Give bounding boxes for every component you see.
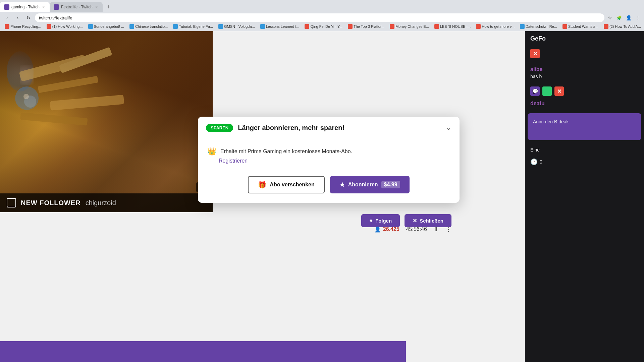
subscribe-price: $4.99 xyxy=(381,181,400,188)
sidebar-icons-row: ✕ xyxy=(525,46,644,61)
bookmark-label: Lessons Learned f... xyxy=(266,24,300,28)
gift-button-label: Abo verschenken xyxy=(270,182,314,188)
new-follower-label: NEW FOLLOWER xyxy=(21,199,81,207)
page-layout: LS NEW FOLLOWER chigurzoid SPAREN Länger… xyxy=(0,31,644,362)
share-icon[interactable]: ⬆ xyxy=(434,226,439,233)
subscription-modal: SPAREN Länger abonnieren, mehr sparen! ⌄… xyxy=(198,117,460,203)
bookmark-label: Phone Recycling... xyxy=(10,24,41,28)
stream-timestamp: 45:56:46 xyxy=(406,226,427,232)
viewer-count: 👤 26.425 xyxy=(374,226,399,233)
x-icon-2[interactable]: ✕ xyxy=(554,86,564,96)
bookmark-favicon xyxy=(129,24,134,29)
prime-line: 👑 Erhalte mit Prime Gaming ein kostenlos… xyxy=(207,147,450,156)
modal-inner: SPAREN Länger abonnieren, mehr sparen! ⌄… xyxy=(198,117,460,203)
back-button[interactable]: ‹ xyxy=(3,13,11,22)
bookmark-phone-recycling[interactable]: Phone Recycling... xyxy=(3,23,43,29)
bookmark-favicon xyxy=(47,24,51,29)
ad-text: Anim den B deak xyxy=(533,119,636,125)
bookmark-sonderangebot[interactable]: Sonderangebot! ... xyxy=(86,23,126,29)
alibeez-chat-section: alibe has b xyxy=(525,61,644,84)
bookmark-datenschutz[interactable]: Datenschutz - Re... xyxy=(518,23,559,29)
bookmark-favicon xyxy=(390,24,394,29)
clock-row: 🕐 0 xyxy=(525,156,644,168)
bookmark-label: (2) How To Add A... xyxy=(609,24,641,28)
bookmark-gmsn[interactable]: GMSN - Vologda... xyxy=(216,23,257,29)
svg-rect-1 xyxy=(38,76,99,93)
menu-icon[interactable]: ⋮ xyxy=(635,14,641,21)
forward-button[interactable]: › xyxy=(13,13,22,22)
above-modal-area xyxy=(213,31,406,117)
tab-gaming-twitch[interactable]: gaming - Twitch × xyxy=(0,2,50,12)
more-options-icon[interactable]: ⋮ xyxy=(445,226,451,233)
video-player[interactable]: LS NEW FOLLOWER chigurzoid xyxy=(0,31,213,212)
eine-label: Eine xyxy=(530,147,540,153)
viewer-icon: 👤 xyxy=(374,226,381,233)
bookmark-favicon xyxy=(434,24,439,29)
bookmark-star-icon[interactable]: ☆ xyxy=(606,14,613,21)
eine-section: Eine xyxy=(525,144,644,156)
bookmark-tutorial[interactable]: Tutorial: Eigene Fa... xyxy=(171,23,215,29)
modal-headline: Länger abonnieren, mehr sparen! xyxy=(238,124,441,132)
bookmark-label: (1) How Working... xyxy=(52,24,83,28)
bookmark-label: How to get more v... xyxy=(482,24,515,28)
green-icon[interactable] xyxy=(542,86,552,96)
bookmark-label: Chinese translatio... xyxy=(135,24,168,28)
tab-close-2[interactable]: × xyxy=(95,4,99,10)
bookmark-how-working[interactable]: (1) How Working... xyxy=(45,23,85,29)
deafu-section: deafu xyxy=(525,98,644,109)
sparen-header-row: SPAREN Länger abonnieren, mehr sparen! ⌄ xyxy=(198,117,460,139)
new-tab-button[interactable]: + xyxy=(104,2,113,12)
viewer-number: 26.425 xyxy=(383,226,399,232)
bookmark-label: GMSN - Vologda... xyxy=(224,24,255,28)
sparen-badge: SPAREN xyxy=(206,124,233,132)
prime-crown-icon: 👑 xyxy=(207,147,216,156)
gift-icon: 🎁 xyxy=(258,181,266,189)
bookmark-chinese[interactable]: Chinese translatio... xyxy=(127,23,170,29)
profile-icon[interactable]: 👤 xyxy=(625,14,632,21)
x-icon-1[interactable]: ✕ xyxy=(530,49,540,58)
svg-rect-0 xyxy=(19,55,87,82)
bookmark-lessons[interactable]: Lessons Learned f... xyxy=(258,23,302,29)
address-input[interactable] xyxy=(35,13,604,22)
bookmark-favicon xyxy=(562,24,567,29)
subscribe-button-label: Abonnieren xyxy=(348,182,378,188)
main-content: LS NEW FOLLOWER chigurzoid SPAREN Länger… xyxy=(0,31,525,362)
chat-bubble-icon[interactable]: 💬 xyxy=(530,86,540,96)
tab-favicon-1 xyxy=(4,4,9,10)
reload-button[interactable]: ↻ xyxy=(24,13,33,22)
chevron-down-icon[interactable]: ⌄ xyxy=(445,123,451,132)
bookmark-label: Datenschutz - Re... xyxy=(526,24,557,28)
footer-bar xyxy=(0,341,406,362)
extension-icon-1[interactable]: 🧩 xyxy=(616,14,623,21)
gift-subscription-button[interactable]: 🎁 Abo verschenken xyxy=(248,176,324,193)
bookmark-money[interactable]: Money Changes E... xyxy=(388,23,431,29)
svg-rect-4 xyxy=(20,112,88,125)
bookmark-label: Money Changes E... xyxy=(395,24,429,28)
ad-banner: Anim den B deak xyxy=(528,113,641,140)
bookmark-favicon xyxy=(88,24,93,29)
icon-row-2: 💬 ✕ xyxy=(525,84,644,98)
bookmark-favicon xyxy=(260,24,265,29)
tab-close-1[interactable]: × xyxy=(42,4,46,10)
bookmark-lee[interactable]: LEE 'S HOUSE -... xyxy=(432,23,473,29)
bookmark-qing[interactable]: Qing Fei De Yi - Y... xyxy=(303,23,344,29)
video-background xyxy=(0,31,213,212)
svg-point-7 xyxy=(23,94,29,99)
tab-fextralife-twitch[interactable]: Fextralife - Twitch × xyxy=(50,2,103,12)
action-buttons-row: 🎁 Abo verschenken ★ Abonnieren $4.99 xyxy=(198,171,460,203)
bookmark-student[interactable]: Student Wants a... xyxy=(560,23,600,29)
tab-bar: gaming - Twitch × Fextralife - Twitch × … xyxy=(0,0,644,12)
alibeez-message: has b xyxy=(530,74,639,79)
prime-gaming-row: 👑 Erhalte mit Prime Gaming ein kostenlos… xyxy=(198,139,460,171)
browser-icons: ☆ 🧩 👤 ⋮ xyxy=(606,14,641,21)
bookmark-howto-add[interactable]: (2) How To Add A... xyxy=(602,23,643,29)
sidebar-header: GeFo xyxy=(525,31,644,46)
bookmark-favicon xyxy=(604,24,608,29)
register-link[interactable]: Registrieren xyxy=(219,158,450,164)
bookmark-top3[interactable]: The Top 3 Platfor... xyxy=(346,23,386,29)
bookmark-howtoget[interactable]: How to get more v... xyxy=(474,23,517,29)
chat-sidebar: GeFo ✕ alibe has b 💬 ✕ deafu Anim den B … xyxy=(525,31,644,362)
tab-label-1: gaming - Twitch xyxy=(11,5,40,9)
subscribe-button[interactable]: ★ Abonnieren $4.99 xyxy=(330,176,410,193)
follower-icon xyxy=(7,198,16,207)
